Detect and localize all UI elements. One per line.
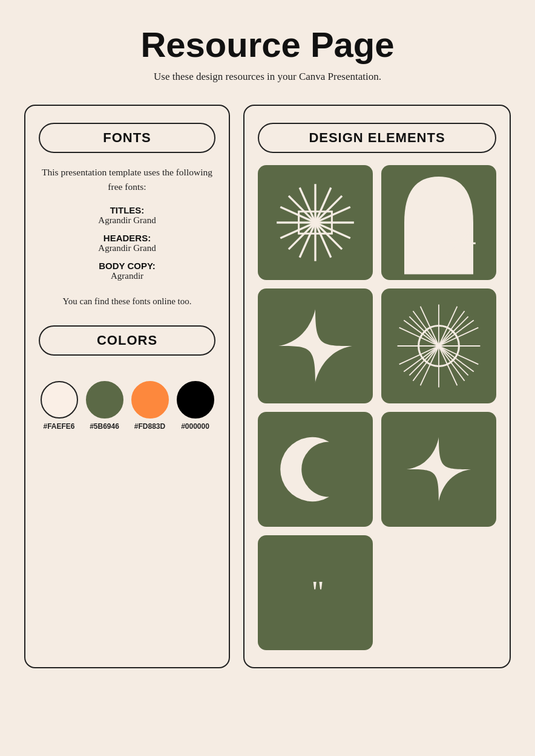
swatch-label-black: #000000 xyxy=(181,422,209,431)
arch-svg xyxy=(381,165,496,280)
svg-line-39 xyxy=(439,311,465,346)
font-value-titles: Agrandir Grand xyxy=(39,215,215,226)
crescent-svg xyxy=(269,423,361,515)
fonts-panel: FONTS This presentation template uses th… xyxy=(24,105,230,668)
swatch-label-orange: #FD883D xyxy=(134,422,165,431)
colors-swatches: #FAEFE6 #5B6946 #FD883D #000000 xyxy=(39,381,215,431)
sparkle-svg xyxy=(393,423,485,515)
font-label-body: BODY COPY: xyxy=(39,261,215,271)
starburst-svg xyxy=(269,177,361,269)
design-tile-arch xyxy=(381,165,496,280)
design-tile-sunburst xyxy=(381,288,496,403)
swatch-circle-black xyxy=(177,381,214,419)
sunburst-svg xyxy=(393,300,485,392)
design-grid-empty xyxy=(381,535,496,650)
svg-line-4 xyxy=(289,196,315,223)
svg-line-7 xyxy=(289,223,315,249)
colors-badge: COLORS xyxy=(39,325,215,356)
font-entry-body: BODY COPY: Agrandir xyxy=(39,261,215,281)
swatch-label-green: #5B6946 xyxy=(90,422,119,431)
swatch-cream: #FAEFE6 xyxy=(41,381,78,431)
font-entry-titles: TITLES: Agrandir Grand xyxy=(39,205,215,226)
swatch-circle-green xyxy=(86,381,123,419)
design-tile-sparkle xyxy=(381,412,496,527)
quote-marks: " xyxy=(311,577,319,608)
design-grid-row1 xyxy=(258,165,496,280)
swatch-black: #000000 xyxy=(177,381,214,431)
4point-star-svg xyxy=(269,300,361,392)
font-entry-headers: HEADERS: Agrandir Grand xyxy=(39,233,215,253)
design-tile-4point-star xyxy=(258,288,373,403)
font-label-titles: TITLES: xyxy=(39,205,215,215)
colors-section: COLORS #FAEFE6 #5B6946 #FD883D #000000 xyxy=(39,325,215,431)
design-grid-row2 xyxy=(258,288,496,403)
design-elements-badge: DESIGN ELEMENTS xyxy=(258,123,496,153)
svg-line-44 xyxy=(404,346,439,372)
svg-line-38 xyxy=(439,346,474,372)
svg-line-37 xyxy=(404,320,439,346)
fonts-intro: This presentation template uses the foll… xyxy=(39,165,215,194)
main-columns: FONTS This presentation template uses th… xyxy=(24,105,511,668)
design-tile-crescent xyxy=(258,412,373,527)
swatch-label-cream: #FAEFE6 xyxy=(43,422,74,431)
design-grid-row4: " xyxy=(258,535,496,650)
design-tile-quote: " xyxy=(258,535,373,650)
svg-line-40 xyxy=(413,346,439,381)
design-elements-panel: DESIGN ELEMENTS xyxy=(243,105,511,668)
page-subtitle: Use these design resources in your Canva… xyxy=(154,71,381,83)
svg-line-6 xyxy=(315,196,342,223)
svg-line-42 xyxy=(439,346,465,381)
font-value-body: Agrandir xyxy=(39,271,215,281)
design-grid-row3 xyxy=(258,412,496,527)
swatch-orange: #FD883D xyxy=(131,381,169,431)
fonts-badge: FONTS xyxy=(39,123,215,153)
page-title: Resource Page xyxy=(140,24,394,65)
design-tile-starburst xyxy=(258,165,373,280)
swatch-circle-orange xyxy=(131,381,169,419)
svg-line-41 xyxy=(413,311,439,346)
swatch-green: #5B6946 xyxy=(86,381,123,431)
fonts-footer: You can find these fonts online too. xyxy=(39,295,215,308)
svg-line-43 xyxy=(439,320,474,346)
svg-line-5 xyxy=(315,223,342,249)
swatch-circle-cream xyxy=(41,381,78,419)
font-label-headers: HEADERS: xyxy=(39,233,215,243)
font-value-headers: Agrandir Grand xyxy=(39,243,215,253)
